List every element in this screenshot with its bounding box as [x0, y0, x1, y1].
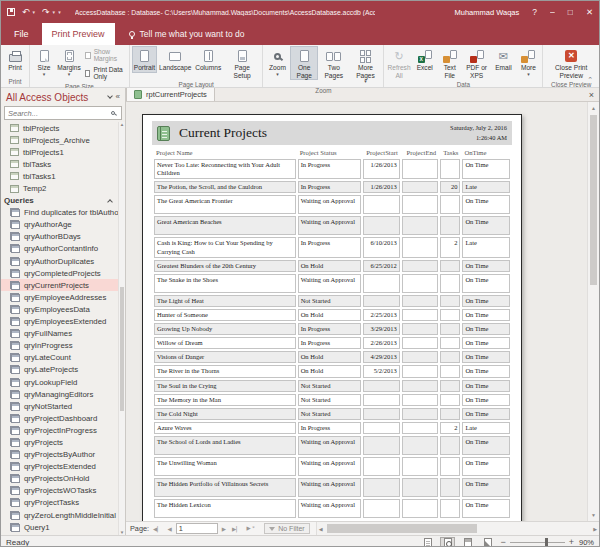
zoom-button[interactable]: Zoom▾: [265, 46, 289, 78]
ribbon-collapse-icon[interactable]: ⌃: [587, 76, 593, 84]
undo-icon[interactable]: ↶: [22, 8, 30, 17]
print-preview-canvas[interactable]: Current Projects Saturday, July 2, 2016 …: [126, 102, 599, 521]
nav-item-qryLateCount[interactable]: qryLateCount: [1, 352, 118, 364]
nav-item-qryZeroLengthMiddleInitial[interactable]: qryZeroLengthMiddleInitial: [1, 509, 118, 521]
nav-item-tblTasks1[interactable]: tblTasks1: [1, 170, 118, 182]
horizontal-scrollbar[interactable]: ◀ ▶: [316, 522, 599, 535]
scroll-down-icon[interactable]: ▼: [120, 530, 124, 535]
zoom-in-icon[interactable]: +: [569, 538, 574, 547]
save-icon[interactable]: [7, 8, 15, 16]
navpane-scrollbar[interactable]: ▲ ▼: [118, 122, 125, 535]
layout-view-button[interactable]: [460, 537, 475, 547]
scroll-up-icon[interactable]: ▲: [588, 105, 599, 111]
zoom-slider-track[interactable]: [510, 542, 565, 543]
nav-item-qryEmployeeAddresses[interactable]: qryEmployeeAddresses: [1, 291, 118, 303]
excel-button[interactable]: X Excel: [413, 46, 437, 73]
vertical-scrollbar[interactable]: ▲ ▼: [587, 102, 599, 521]
navpane-menu-icon[interactable]: [107, 93, 113, 99]
nav-item-qryNotStarted[interactable]: qryNotStarted: [1, 400, 118, 412]
collapse-group-icon[interactable]: [107, 199, 113, 205]
print-data-only-checkbox[interactable]: Print Data Only: [85, 66, 124, 80]
nav-item-qryCurrentProjects[interactable]: qryCurrentProjects: [1, 279, 118, 291]
text-file-button[interactable]: Text File: [438, 46, 462, 80]
dropdown-arrow-icon: ▾: [276, 72, 279, 78]
nav-item-tblProjects_Archive[interactable]: tblProjects_Archive: [1, 134, 118, 146]
report-view-button[interactable]: [420, 537, 435, 547]
margins-button[interactable]: Margins▾: [57, 46, 81, 78]
nav-item-qryLateProjects[interactable]: qryLateProjects: [1, 364, 118, 376]
nav-item-qryProjectsByAuthor[interactable]: qryProjectsByAuthor: [1, 449, 118, 461]
nav-item-qryProjectInProgress[interactable]: qryProjectInProgress: [1, 424, 118, 436]
help-icon[interactable]: ?: [532, 8, 537, 17]
scrollbar-thumb[interactable]: [590, 115, 597, 285]
nav-item-Temp2[interactable]: Temp2: [1, 182, 118, 194]
nav-item-qryProjects[interactable]: qryProjects: [1, 436, 118, 448]
scrollbar-thumb[interactable]: [327, 524, 477, 533]
queries-group-header[interactable]: Queries: [1, 195, 118, 207]
nav-item-Find duplicates for tblAuthors[interactable]: Find duplicates for tblAuthors: [1, 207, 118, 219]
landscape-button[interactable]: Landscape: [158, 46, 193, 73]
columns-button[interactable]: Columns: [194, 46, 223, 73]
maximize-icon[interactable]: □: [568, 8, 573, 17]
nav-item-qryCompletedProjects[interactable]: qryCompletedProjects: [1, 267, 118, 279]
nav-item-qryAuthorBDays[interactable]: qryAuthorBDays: [1, 231, 118, 243]
nav-item-tblTasks[interactable]: tblTasks: [1, 158, 118, 170]
zoom-out-icon[interactable]: −: [500, 538, 505, 547]
more-pages-button[interactable]: More Pages▾: [350, 46, 382, 86]
nav-item-qryProjectsOnHold[interactable]: qryProjectsOnHold: [1, 473, 118, 485]
query-icon: [10, 208, 20, 217]
zoom-slider-thumb[interactable]: [545, 538, 548, 547]
scroll-down-icon[interactable]: ▼: [588, 512, 599, 518]
more-button[interactable]: More▾: [516, 46, 540, 78]
nav-item-qryFullNames[interactable]: qryFullNames: [1, 328, 118, 340]
scroll-up-icon[interactable]: ▲: [120, 122, 124, 127]
nav-item-qryAuthorAge[interactable]: qryAuthorAge: [1, 219, 118, 231]
page-setup-button[interactable]: Page Setup: [224, 46, 261, 80]
nav-item-qryManagingEditors[interactable]: qryManagingEditors: [1, 388, 118, 400]
email-button[interactable]: ✉ Email: [491, 46, 515, 73]
nav-item-qryEmployeesExtended[interactable]: qryEmployeesExtended: [1, 316, 118, 328]
nav-item-qryProjectDashboard[interactable]: qryProjectDashboard: [1, 412, 118, 424]
one-page-button[interactable]: One Page: [290, 46, 318, 80]
design-view-button[interactable]: [480, 537, 495, 547]
search-icon[interactable]: [111, 111, 115, 115]
nav-item-qryAuthorDuplicates[interactable]: qryAuthorDuplicates: [1, 255, 118, 267]
pdf-or-xps-button[interactable]: PDF or XPS: [463, 46, 491, 80]
nav-item-qryAuthorContantInfo[interactable]: qryAuthorContantInfo: [1, 243, 118, 255]
search-box[interactable]: Search...: [4, 106, 122, 120]
redo-dropdown-icon[interactable]: ▾: [53, 9, 56, 15]
nav-item-qryEmployeesData[interactable]: qryEmployeesData: [1, 303, 118, 315]
scrollbar-thumb[interactable]: [120, 287, 124, 411]
nav-item-tblProjects1[interactable]: tblProjects1: [1, 146, 118, 158]
size-button[interactable]: Size▾: [32, 46, 56, 78]
redo-icon[interactable]: ↷: [42, 8, 50, 17]
nav-item-qryProjectTasks[interactable]: qryProjectTasks: [1, 497, 118, 509]
nav-item-qryProjectsWOTasks[interactable]: qryProjectsWOTasks: [1, 485, 118, 497]
close-icon[interactable]: ✕: [586, 8, 593, 17]
qat-customize-icon[interactable]: ▾: [58, 9, 61, 15]
nav-item-tblProjects[interactable]: tblProjects: [1, 122, 118, 134]
undo-dropdown-icon[interactable]: ▾: [33, 9, 36, 15]
scroll-left-icon[interactable]: ◀: [317, 522, 325, 535]
scroll-right-icon[interactable]: ▶: [591, 522, 599, 535]
no-filter-button[interactable]: No Filter: [264, 523, 309, 534]
nav-item-qryLookupField[interactable]: qryLookupField: [1, 376, 118, 388]
nav-item-qryInProgress[interactable]: qryInProgress: [1, 340, 118, 352]
print-button[interactable]: Print: [3, 46, 27, 73]
print-preview-view-button[interactable]: [440, 537, 455, 547]
tab-print-preview[interactable]: Print Preview: [42, 23, 115, 45]
nav-item-Query1[interactable]: Query1: [1, 521, 118, 533]
portrait-button[interactable]: Portrait: [132, 46, 157, 73]
page-number-input[interactable]: 1: [176, 523, 218, 534]
nav-item-qryProjectsExtended[interactable]: qryProjectsExtended: [1, 461, 118, 473]
user-name[interactable]: Muhammad Waqas: [455, 8, 520, 17]
minimize-icon[interactable]: –: [550, 8, 555, 17]
zoom-slider[interactable]: − +: [500, 538, 574, 547]
tab-file[interactable]: File: [1, 23, 42, 45]
shutter-close-icon[interactable]: «: [116, 93, 120, 101]
show-margins-checkbox[interactable]: Show Margins: [85, 48, 124, 62]
zoom-percentage[interactable]: 90%: [579, 538, 594, 547]
two-pages-button[interactable]: Two Pages: [319, 46, 349, 80]
search-input[interactable]: Search...: [8, 109, 111, 118]
tell-me-box[interactable]: Tell me what you want to do: [129, 23, 245, 45]
